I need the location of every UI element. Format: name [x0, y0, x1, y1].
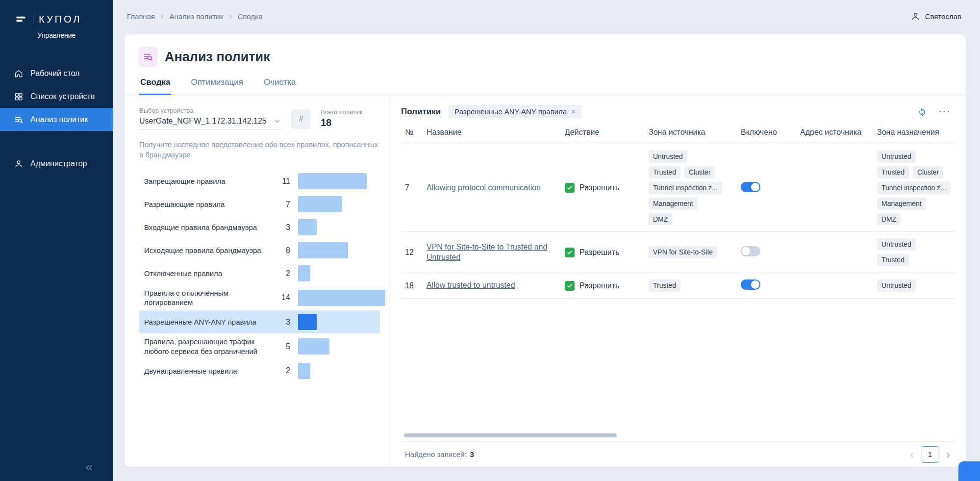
chart-bar — [298, 196, 342, 212]
admin-icon — [14, 159, 24, 169]
chart-category-label: Исходящие правила брандмауэра — [144, 246, 276, 255]
zone-tag: VPN for Site-to-Site — [649, 246, 717, 258]
action-label: Разрешить — [579, 281, 619, 290]
chart-bar — [298, 314, 317, 330]
sidebar-collapse-button[interactable]: « — [86, 460, 93, 473]
zone-tag: Untrusted — [877, 279, 916, 292]
more-options-icon[interactable]: ··· — [939, 107, 951, 116]
zone-tags: VPN for Site-to-Site — [649, 246, 733, 258]
device-select[interactable]: Выбор устройства UserGate_NGFW_1 172.31.… — [139, 107, 281, 129]
chart-bar — [298, 265, 310, 281]
chart-value: 3 — [276, 318, 290, 327]
tab-optimization[interactable]: Оптимизация — [190, 76, 244, 95]
zone-tags: Trusted — [649, 279, 733, 292]
policy-name-link[interactable]: Allow trusted to untrusted — [427, 281, 515, 289]
total-policies: Всего политик 18 — [321, 108, 362, 128]
breadcrumb-item[interactable]: Анализ политик — [169, 12, 223, 21]
chart-bar — [298, 338, 329, 354]
total-policies-label: Всего политик — [321, 108, 362, 116]
chart-bar — [298, 290, 385, 306]
chart-row[interactable]: Двунаправленные правила2 — [139, 359, 380, 382]
breadcrumb-item: Сводка — [238, 12, 263, 21]
chart-bar — [298, 242, 348, 258]
chart-category-label: Входящие правила брандмауэра — [144, 223, 276, 232]
chart-value: 2 — [276, 269, 290, 278]
allow-check-icon — [565, 183, 575, 193]
filter-chip[interactable]: Разрешенные ANY-ANY правила × — [449, 105, 581, 118]
chart-value: 14 — [276, 293, 290, 302]
chart-bar-track — [298, 173, 375, 189]
source-address-cell — [796, 246, 873, 259]
tab-cleanup[interactable]: Очистка — [263, 76, 297, 95]
chart-category-label: Разрешенные ANY-ANY правила — [144, 317, 276, 327]
chart-row[interactable]: Запрещающие правила11 — [139, 170, 380, 193]
column-header: Адрес источника — [796, 122, 873, 144]
chart-value: 2 — [276, 366, 290, 375]
breadcrumb-item[interactable]: Главная — [127, 12, 155, 21]
prev-page-icon[interactable]: ‹ — [910, 449, 914, 460]
horizontal-scrollbar-thumb[interactable] — [404, 433, 617, 437]
title-row: Анализ политик — [125, 34, 966, 76]
logo-subtitle: Управление — [0, 31, 113, 39]
zone-tags: UntrustedTrustedClusterTunnel inspection… — [877, 151, 955, 225]
policy-number: 18 — [401, 275, 423, 297]
policy-name-link[interactable]: VPN for Site-to-Site to Trusted and Untr… — [427, 243, 547, 261]
table-header-row: №НазваниеДействиеЗона источникаВключеноА… — [401, 122, 955, 144]
corner-action-button[interactable] — [958, 461, 980, 481]
device-row: Выбор устройства UserGate_NGFW_1 172.31.… — [139, 107, 380, 129]
sidebar: КУПОЛ Управление Рабочий столСписок устр… — [0, 0, 113, 481]
zone-tag: DMZ — [877, 213, 901, 226]
user-menu[interactable]: Святослав — [910, 11, 961, 22]
chevron-down-icon — [273, 117, 281, 126]
policy-number: 7 — [401, 177, 423, 199]
chart-row[interactable]: Правила, разрешающие трафик любого серви… — [139, 333, 380, 359]
breadcrumb-separator-icon: › — [229, 12, 231, 21]
policy-search-icon — [14, 115, 24, 125]
zone-tag: Untrusted — [877, 238, 916, 251]
pagination: ‹ 1 › — [910, 446, 950, 463]
chart-row[interactable]: Исходящие правила брандмауэра8 — [139, 239, 380, 262]
sidebar-item-desktop[interactable]: Рабочий стол — [0, 62, 113, 85]
app-root: КУПОЛ Управление Рабочий столСписок устр… — [0, 0, 980, 481]
chart-row[interactable]: Разрешающие правила7 — [139, 193, 380, 216]
allow-check-icon — [565, 281, 575, 291]
zone-tag: Untrusted — [877, 151, 916, 163]
chart-row[interactable]: Разрешенные ANY-ANY правила3 — [139, 310, 380, 333]
policy-row: 18Allow trusted to untrustedРазрешитьTru… — [401, 273, 955, 299]
records-found-label: Найдено записей: — [405, 450, 467, 458]
horizontal-scrollbar-track — [404, 433, 953, 438]
table-footer: Найдено записей:3 ‹ 1 › — [401, 441, 955, 467]
zone-tags: Untrusted — [877, 279, 955, 292]
chart-value: 8 — [276, 246, 290, 255]
sidebar-item-devices[interactable]: Список устройств — [0, 85, 113, 108]
content: Выбор устройства UserGate_NGFW_1 172.31.… — [125, 95, 966, 467]
next-page-icon[interactable]: › — [946, 449, 950, 460]
tab-summary[interactable]: Сводка — [139, 76, 171, 95]
enabled-toggle[interactable] — [741, 279, 760, 290]
enabled-toggle[interactable] — [741, 182, 760, 192]
policy-name-link[interactable]: Allowing protocol communication — [427, 183, 541, 192]
chart-category-label: Правила, разрешающие трафик любого серви… — [144, 337, 276, 355]
zone-tag: Trusted — [649, 166, 680, 178]
chart-bar — [298, 219, 317, 235]
device-select-value: UserGate_NGFW_1 172.31.142.125 — [139, 117, 267, 126]
chip-close-icon[interactable]: × — [571, 108, 576, 116]
chart-bar-track — [298, 314, 375, 330]
chart-row[interactable]: Отключенные правила2 — [139, 262, 380, 285]
zone-tag: Trusted — [877, 254, 909, 266]
zone-tag: Management — [649, 198, 698, 210]
enabled-toggle[interactable] — [741, 246, 760, 256]
refresh-icon[interactable] — [917, 107, 927, 117]
policies-header: Политики Разрешенные ANY-ANY правила × ·… — [401, 105, 955, 118]
zone-tag: Trusted — [649, 279, 680, 292]
sidebar-item-policy-analysis[interactable]: Анализ политик — [0, 108, 113, 131]
column-header: Действие — [561, 122, 645, 144]
chart-row[interactable]: Входящие правила брандмауэра3 — [139, 216, 380, 239]
sidebar-item-administrator[interactable]: Администратор — [0, 152, 113, 175]
column-header: Зона назначения — [873, 122, 955, 144]
page-card: Анализ политик СводкаОптимизацияОчистка … — [125, 34, 966, 467]
chart-row[interactable]: Правила с отключённым логированием14 — [139, 285, 380, 310]
source-address-cell — [796, 181, 873, 194]
policy-row: 12VPN for Site-to-Site to Trusted and Un… — [401, 232, 955, 273]
current-page[interactable]: 1 — [922, 446, 938, 463]
